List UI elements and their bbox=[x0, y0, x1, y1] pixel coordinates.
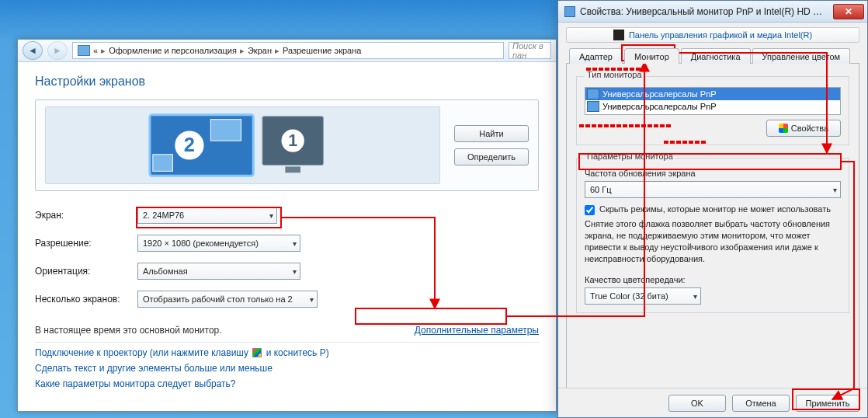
multimonitor-combo[interactable]: Отобразить рабочий стол только на 2 bbox=[137, 291, 318, 308]
intel-control-panel-link[interactable]: Панель управления графикой и медиа Intel… bbox=[566, 27, 859, 43]
projector-link[interactable]: Подключение к проектору (или нажмите кла… bbox=[35, 347, 539, 358]
intel-link-label: Панель управления графикой и медиа Intel… bbox=[629, 30, 812, 40]
breadcrumb[interactable]: « ▸ Оформление и персонализация ▸ Экран … bbox=[72, 42, 504, 59]
close-button[interactable]: ✕ bbox=[833, 4, 864, 19]
refresh-rate-label: Частота обновления экрана bbox=[585, 169, 841, 178]
monitor-list-item-label: Универсальрсалерсалы PnP bbox=[602, 102, 717, 111]
advanced-settings-link[interactable]: Дополнительные параметры bbox=[415, 325, 539, 336]
refresh-rate-value: 60 Гц bbox=[590, 185, 612, 194]
monitor-icon bbox=[587, 101, 599, 112]
ok-button[interactable]: OK bbox=[668, 395, 726, 412]
resolution-combo[interactable]: 1920 × 1080 (рекомендуется) bbox=[137, 235, 300, 252]
monitor-list-item-label: Универсальрсалерсалы PnP bbox=[602, 89, 717, 99]
tab-monitor-pane: Тип монитора Универсальрсалерсалы PnP Ун… bbox=[566, 64, 859, 388]
monitor-type-list[interactable]: Универсальрсалерсалы PnP Универсальрсале… bbox=[585, 87, 841, 115]
text-size-link[interactable]: Сделать текст и другие элементы больше и… bbox=[35, 363, 539, 374]
monitor-list-item[interactable]: Универсальрсалерсалы PnP bbox=[585, 100, 840, 113]
tab-adapter[interactable]: Адаптер bbox=[569, 48, 623, 64]
find-monitor-button[interactable]: Найти bbox=[454, 125, 529, 142]
tab-color[interactable]: Управление цветом bbox=[752, 48, 851, 64]
orientation-value: Альбомная bbox=[143, 266, 188, 276]
main-body: Настройки экранов 2 1 Найти bbox=[18, 62, 556, 406]
color-quality-combo[interactable]: True Color (32 бита) bbox=[585, 287, 701, 305]
breadcrumb-part2[interactable]: Экран bbox=[248, 46, 272, 55]
display-preview-panel: 2 1 Найти Определить bbox=[35, 99, 539, 191]
svg-rect-2 bbox=[153, 155, 172, 172]
display-settings-window: ◄ ► « ▸ Оформление и персонализация ▸ Эк… bbox=[17, 39, 557, 412]
tab-diagnostics[interactable]: Диагностика bbox=[681, 48, 751, 64]
detect-monitor-button[interactable]: Определить bbox=[454, 148, 529, 165]
breadcrumb-part3[interactable]: Разрешение экрана bbox=[283, 46, 361, 55]
dialog-icon bbox=[564, 6, 575, 17]
resolution-value: 1920 × 1080 (рекомендуется) bbox=[143, 239, 259, 248]
intel-icon bbox=[613, 30, 624, 40]
monitor-type-legend: Тип монитора bbox=[585, 70, 644, 79]
dialog-tabs: Адаптер Монитор Диагностика Управление ц… bbox=[566, 47, 859, 64]
win-key-icon bbox=[252, 348, 262, 357]
orientation-label: Ориентация: bbox=[35, 266, 137, 277]
orientation-combo[interactable]: Альбомная bbox=[137, 263, 300, 280]
svg-rect-1 bbox=[210, 120, 241, 141]
monitor-params-legend: Параметры монитора bbox=[585, 152, 675, 161]
tab-monitor[interactable]: Монитор bbox=[624, 48, 679, 64]
explorer-search[interactable]: Поиск в пан bbox=[509, 42, 551, 59]
cancel-button[interactable]: Отмена bbox=[732, 395, 790, 412]
monitor-layout-preview[interactable]: 2 1 bbox=[45, 106, 440, 184]
hide-modes-hint: Снятие этого флажка позволяет выбрать ча… bbox=[585, 218, 841, 264]
monitor-icon bbox=[587, 89, 599, 99]
monitor-help-link[interactable]: Какие параметры монитора следует выбрать… bbox=[35, 378, 539, 389]
dialog-title: Свойства: Универсальный монитор PnP и In… bbox=[580, 6, 828, 17]
color-quality-value: True Color (32 бита) bbox=[590, 291, 668, 301]
breadcrumb-root: « bbox=[93, 46, 98, 55]
breadcrumb-part1[interactable]: Оформление и персонализация bbox=[109, 46, 237, 55]
nav-forward-button[interactable]: ► bbox=[47, 41, 68, 60]
breadcrumb-root-icon bbox=[78, 45, 90, 56]
hide-modes-checkbox-row[interactable]: Скрыть режимы, которые монитор не может … bbox=[585, 204, 841, 215]
multimonitor-label: Несколько экранов: bbox=[35, 294, 137, 305]
page-title: Настройки экранов bbox=[35, 75, 539, 89]
dialog-titlebar[interactable]: Свойства: Универсальный монитор PnP и In… bbox=[558, 1, 867, 23]
refresh-rate-combo[interactable]: 60 Гц bbox=[585, 181, 841, 198]
primary-monitor-note: В настоящее время это основной монитор. bbox=[35, 325, 222, 336]
properties-label: Свойства bbox=[791, 124, 828, 133]
screen-value: 2. 24MP76 bbox=[143, 211, 184, 220]
screen-combo[interactable]: 2. 24MP76 bbox=[137, 207, 277, 224]
monitor-properties-button[interactable]: Свойства bbox=[766, 120, 841, 137]
nav-back-button[interactable]: ◄ bbox=[23, 41, 43, 60]
resolution-label: Разрешение: bbox=[35, 238, 137, 249]
monitor-2-label: 2 bbox=[184, 134, 195, 155]
color-quality-label: Качество цветопередачи: bbox=[585, 275, 841, 284]
svg-rect-5 bbox=[285, 166, 300, 172]
shield-icon bbox=[779, 124, 788, 133]
hide-modes-checkbox[interactable] bbox=[585, 205, 595, 215]
monitor-type-group: Тип монитора Универсальрсалерсалы PnP Ун… bbox=[576, 71, 849, 145]
search-placeholder: Поиск в пан bbox=[512, 42, 547, 59]
monitor-properties-dialog: Свойства: Универсальный монитор PnP и In… bbox=[557, 0, 868, 418]
screen-label: Экран: bbox=[35, 210, 137, 221]
monitor-1-label: 1 bbox=[288, 131, 297, 150]
dialog-button-row: OK Отмена Применить bbox=[558, 388, 867, 417]
multimonitor-value: Отобразить рабочий стол только на 2 bbox=[143, 294, 293, 304]
apply-button[interactable]: Применить bbox=[796, 395, 859, 412]
hide-modes-label: Скрыть режимы, которые монитор не может … bbox=[599, 204, 831, 214]
monitor-params-group: Параметры монитора Частота обновления эк… bbox=[576, 153, 849, 313]
explorer-toolbar: ◄ ► « ▸ Оформление и персонализация ▸ Эк… bbox=[18, 40, 556, 62]
monitor-list-item[interactable]: Универсальрсалерсалы PnP bbox=[585, 88, 840, 100]
